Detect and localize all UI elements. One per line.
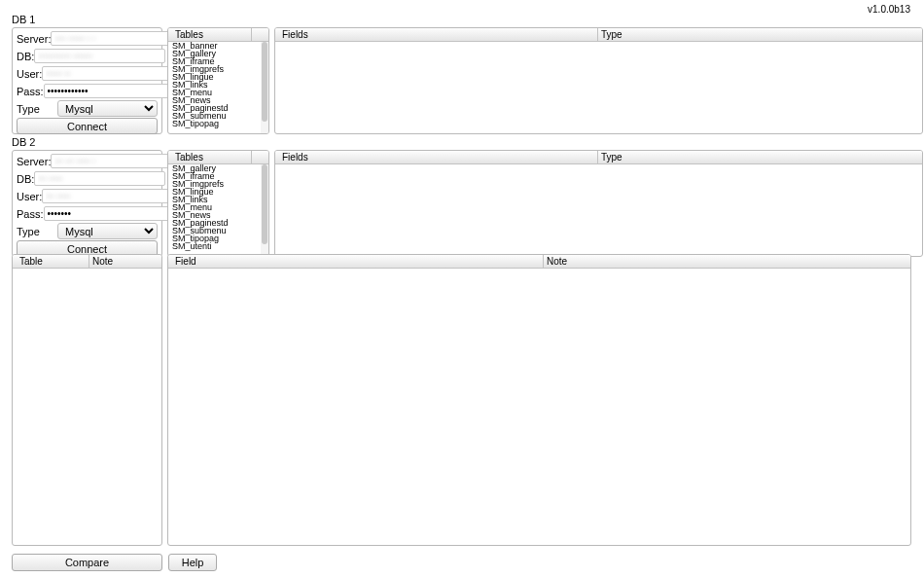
db1-tables-header-col: Tables xyxy=(172,28,252,41)
table-row[interactable]: SM_tipopag xyxy=(168,120,268,127)
db2-title: DB 2 xyxy=(12,136,911,148)
compare-tables-note-col: Note xyxy=(89,255,161,268)
db1-fields-list[interactable]: Fields Type xyxy=(274,27,923,134)
db2-type-col: Type xyxy=(598,151,922,163)
db2-fields-col: Fields xyxy=(279,151,598,163)
db1-fields-col: Fields xyxy=(279,28,598,41)
db1-tables-list[interactable]: Tables SM_bannerSM_gallerySM_iframeSM_im… xyxy=(167,27,269,134)
db2-tables-header: Tables xyxy=(168,151,268,164)
db2-type-label: Type xyxy=(17,226,57,237)
db1-db-input[interactable] xyxy=(34,49,165,63)
bottom-buttons: Compare Help xyxy=(12,554,217,571)
help-button[interactable]: Help xyxy=(168,554,217,571)
db1-type-label: Type xyxy=(17,103,57,115)
db1-server-input[interactable] xyxy=(51,31,182,46)
db1-connection-box: Server: DB: User: Pass: Type Mysql Conne… xyxy=(12,27,162,134)
db2-connection-box: Server: DB: User: Pass: Type Mysql Conne… xyxy=(12,150,162,257)
db2-type-select[interactable]: Mysql xyxy=(57,223,158,239)
table-row[interactable]: SM_utenti xyxy=(168,242,268,250)
db1-connect-button[interactable]: Connect xyxy=(17,118,158,134)
db2-panel: DB 2 Server: DB: User: Pass: Type Mysql … xyxy=(12,136,911,245)
db1-user-label: User: xyxy=(17,68,42,80)
db2-fields-list[interactable]: Fields Type xyxy=(274,150,923,257)
db1-pass-label: Pass: xyxy=(17,86,44,97)
db2-pass-label: Pass: xyxy=(17,208,44,220)
db1-title: DB 1 xyxy=(12,14,911,25)
compare-fields-header: Field Note xyxy=(168,255,910,269)
db2-tables-header-col: Tables xyxy=(172,151,252,163)
db2-db-label: DB: xyxy=(17,173,34,185)
compare-tables-table-col: Table xyxy=(17,255,89,268)
db1-user-input[interactable] xyxy=(42,66,173,81)
db1-fields-header: Fields Type xyxy=(275,28,922,42)
compare-button[interactable]: Compare xyxy=(12,554,162,571)
db2-tables-scrollbar[interactable] xyxy=(261,164,268,256)
compare-tables-header: Table Note xyxy=(13,255,161,269)
db1-type-col: Type xyxy=(598,28,922,41)
db2-db-input[interactable] xyxy=(34,171,165,186)
db2-server-label: Server: xyxy=(17,156,51,167)
compare-fields-field-col: Field xyxy=(172,255,544,268)
db1-tables-scrollbar[interactable] xyxy=(261,42,268,133)
db1-server-label: Server: xyxy=(17,33,51,45)
db2-user-input[interactable] xyxy=(42,189,173,203)
db2-fields-header: Fields Type xyxy=(275,151,922,164)
db2-tables-list[interactable]: Tables SM_gallerySM_iframeSM_imgprefsSM_… xyxy=(167,150,269,257)
compare-fields-list[interactable]: Field Note xyxy=(167,254,911,546)
db1-tables-header: Tables xyxy=(168,28,268,42)
db2-pass-input[interactable] xyxy=(44,206,175,221)
db1-pass-input[interactable] xyxy=(44,84,175,98)
db1-panel: DB 1 Server: DB: User: Pass: Type Mysql … xyxy=(12,14,911,123)
compare-tables-list[interactable]: Table Note xyxy=(12,254,162,546)
db2-server-input[interactable] xyxy=(51,154,182,168)
db1-db-label: DB: xyxy=(17,51,34,62)
compare-fields-note-col: Note xyxy=(544,255,910,268)
db1-type-select[interactable]: Mysql xyxy=(57,100,158,117)
db2-user-label: User: xyxy=(17,191,42,202)
